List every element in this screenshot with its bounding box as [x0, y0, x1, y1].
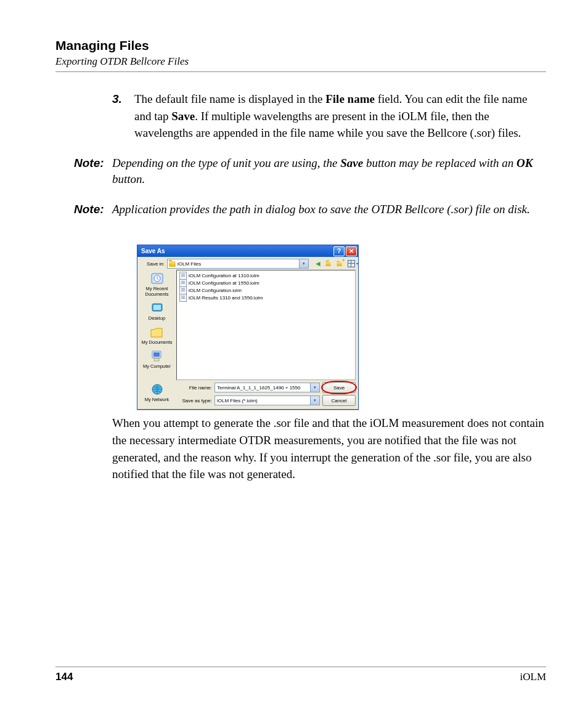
place-documents[interactable]: My Documents — [141, 325, 172, 345]
my-documents-icon — [148, 325, 165, 339]
back-icon[interactable]: ◄ — [314, 259, 322, 268]
place-label: My Computer — [143, 364, 171, 369]
file-name-label: File name: — [179, 385, 212, 391]
place-label: My Documents — [141, 340, 172, 345]
list-item[interactable]: iOLM Configuration.iolm — [179, 286, 353, 294]
place-desktop[interactable]: Desktop — [149, 301, 166, 321]
section-title: Managing Files — [55, 38, 546, 53]
place-network[interactable]: My Network — [137, 382, 176, 402]
save-bold: Save — [171, 110, 195, 123]
file-name: iOLM Configuration.iolm — [189, 288, 242, 293]
field-name-bold: File name — [325, 92, 375, 105]
save-in-value: iOLM Files — [178, 261, 201, 267]
dialog-titlebar: Save As ? ✕ — [137, 245, 358, 257]
file-name: iOLM Configuration at 1310.iolm — [189, 273, 259, 278]
dialog-body: My Recent Documents Desktop My Documents — [137, 270, 358, 380]
places-bar-bottom: My Network — [137, 382, 176, 406]
note-label: Note: — [55, 155, 112, 188]
step-text: The default file name is displayed in th… — [134, 91, 546, 142]
note-body: Application provides the path in dialog … — [112, 201, 546, 218]
folder-icon — [169, 261, 176, 267]
file-icon — [179, 294, 187, 302]
note-2: Note: Application provides the path in d… — [55, 201, 546, 218]
note-text-frag: Depending on the type of unit you are us… — [112, 156, 340, 169]
file-name-value: Terminal A_1_1_1_1625_1490 + 1550 — [217, 385, 300, 391]
place-computer[interactable]: My Computer — [143, 349, 171, 369]
section-header: Managing Files Exporting OTDR Bellcore F… — [55, 38, 546, 72]
note-text-frag: button. — [112, 172, 145, 185]
place-label: My Network — [137, 397, 176, 402]
save-as-type-combo[interactable]: iOLM Files (*.iolm) ▾ — [214, 396, 320, 405]
view-menu-icon[interactable]: ▾ — [347, 259, 356, 268]
my-computer-icon — [148, 349, 165, 363]
svg-rect-6 — [154, 359, 159, 361]
step-3: 3. The default file name is displayed in… — [112, 91, 546, 142]
note-body: Depending on the type of unit you are us… — [112, 155, 546, 188]
nav-toolbar: ◄ ↑ ✦ ▾ — [314, 259, 356, 268]
file-name-input[interactable]: Terminal A_1_1_1_1625_1490 + 1550 ▾ — [214, 383, 320, 392]
dialog-title: Save As — [141, 248, 332, 254]
save-as-dialog-figure: Save As ? ✕ Save in: iOLM Files ▾ ◄ ↑ ✦ … — [137, 245, 546, 410]
page-footer: 144 iOLM — [55, 667, 546, 683]
svg-rect-5 — [153, 352, 160, 357]
place-label: My Recent Documents — [137, 286, 176, 297]
list-item[interactable]: iOLM Results 1310 and 1550.iolm — [179, 294, 353, 301]
svg-rect-3 — [153, 305, 161, 310]
save-in-label: Save in: — [140, 261, 165, 267]
save-as-dialog: Save As ? ✕ Save in: iOLM Files ▾ ◄ ↑ ✦ … — [137, 245, 359, 410]
chevron-down-icon[interactable]: ▾ — [299, 259, 308, 268]
dialog-toolbar: Save in: iOLM Files ▾ ◄ ↑ ✦ ▾ — [137, 257, 358, 270]
page-number: 144 — [55, 671, 73, 683]
new-folder-icon[interactable]: ✦ — [336, 259, 345, 268]
dialog-bottom: My Network File name: Terminal A_1_1_1_1… — [137, 380, 358, 409]
close-button[interactable]: ✕ — [346, 246, 357, 256]
file-name: iOLM Results 1310 and 1550.iolm — [189, 295, 263, 301]
note-bold-save: Save — [340, 156, 363, 169]
file-list[interactable]: iOLM Configuration at 1310.iolm iOLM Con… — [176, 270, 356, 380]
save-button[interactable]: Save — [322, 382, 356, 393]
footer-divider — [55, 667, 546, 667]
save-in-combo[interactable]: iOLM Files ▾ — [167, 259, 309, 269]
file-type-value: iOLM Files (*.iolm) — [217, 398, 258, 404]
note-bold-ok: OK — [517, 156, 533, 169]
document-page: Managing Files Exporting OTDR Bellcore F… — [0, 0, 588, 714]
section-subtitle: Exporting OTDR Bellcore Files — [55, 55, 546, 68]
product-name: iOLM — [520, 671, 547, 683]
body-paragraph: When you attempt to generate the .sor fi… — [112, 415, 546, 482]
list-item[interactable]: iOLM Configuration at 1550.iolm — [179, 279, 353, 286]
places-bar: My Recent Documents Desktop My Documents — [137, 270, 176, 380]
save-as-type-label: Save as type: — [179, 398, 212, 404]
note-label: Note: — [55, 201, 112, 218]
step-text-frag: The default file name is displayed in th… — [134, 92, 325, 105]
list-item[interactable]: iOLM Configuration at 1310.iolm — [179, 272, 353, 279]
header-divider — [55, 71, 546, 72]
place-label: Desktop — [149, 316, 166, 321]
place-recent[interactable]: My Recent Documents — [137, 271, 176, 297]
file-name: iOLM Configuration at 1550.iolm — [189, 280, 259, 286]
note-1: Note: Depending on the type of unit you … — [55, 155, 546, 188]
chevron-down-icon[interactable]: ▾ — [310, 396, 319, 405]
recent-documents-icon — [149, 271, 166, 286]
desktop-icon — [149, 301, 166, 315]
up-folder-icon[interactable]: ↑ — [325, 259, 333, 268]
cancel-button[interactable]: Cancel — [322, 395, 356, 406]
note-text-frag: button may be replaced with an — [363, 156, 517, 169]
help-button[interactable]: ? — [333, 246, 345, 256]
my-network-icon — [149, 382, 166, 397]
step-number: 3. — [112, 91, 134, 142]
chevron-down-icon[interactable]: ▾ — [310, 383, 319, 392]
